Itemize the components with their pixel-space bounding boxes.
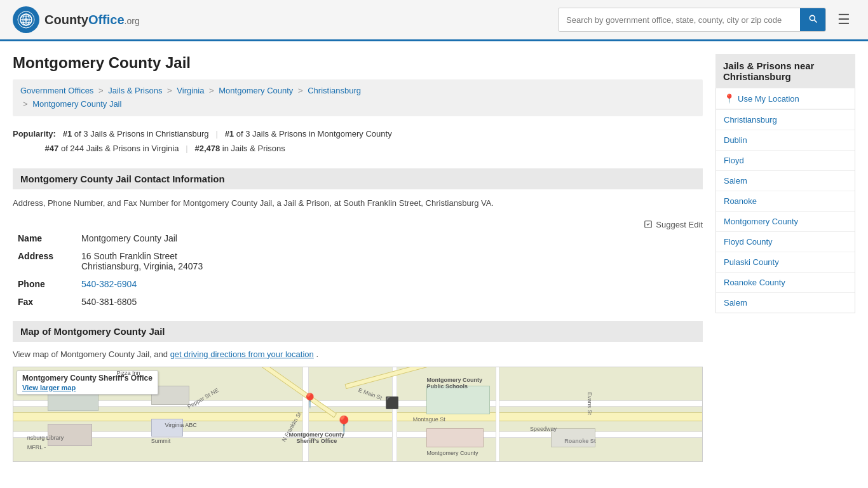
map-container[interactable]: 📍 📍 ⬛ Montgomery County Sheriff's Office… — [13, 367, 703, 462]
road-label-emain: E Main St — [357, 387, 383, 402]
road-label-pepper: Pepper St NE — [186, 387, 220, 410]
map-description: View map of Montgomery County Jail, and … — [13, 349, 703, 359]
sidebar-list: 📍 Use My Location Christiansburg Dublin … — [715, 88, 855, 313]
poi-sheriffs: Montgomery CountySheriff's Office — [289, 431, 345, 444]
use-location-label: Use My Location — [738, 94, 799, 104]
sidebar-item-montgomery-county[interactable]: Montgomery County — [716, 212, 855, 232]
road-label-montague: Montague St — [413, 416, 445, 423]
breadcrumb-gov-offices[interactable]: Government Offices — [20, 86, 93, 95]
sidebar-item-salem2[interactable]: Salem — [716, 293, 855, 313]
poi-library: nsburg Library — [27, 435, 64, 441]
suggest-edit-button[interactable]: Suggest Edit — [644, 220, 703, 229]
sidebar-link-salem[interactable]: Salem — [716, 171, 855, 191]
poi-abc: Virginia ABC — [165, 422, 196, 428]
search-bar — [558, 8, 826, 32]
phone-link[interactable]: 540-382-6904 — [81, 279, 137, 289]
sidebar-link-montgomery-county[interactable]: Montgomery County — [716, 212, 855, 231]
phone-label: Phone — [13, 275, 76, 293]
fax-label: Fax — [13, 293, 76, 311]
sidebar-link-salem2[interactable]: Salem — [716, 293, 855, 313]
breadcrumb: Government Offices > Jails & Prisons > V… — [13, 79, 703, 116]
popularity-rank2-text: of 3 Jails & Prisons in Montgomery Count… — [236, 129, 392, 139]
logo-area: CountyOffice.org — [13, 6, 140, 33]
phone-row: Phone 540-382-6904 — [13, 275, 703, 293]
contact-description: Address, Phone Number, and Fax Number fo… — [13, 197, 703, 210]
site-logo-icon — [13, 6, 39, 33]
popularity-rank1-text: of 3 Jails & Prisons in Christiansburg — [74, 129, 209, 139]
popularity-rank1: #1 — [63, 129, 72, 139]
map-yellow-pin: ⬛ — [385, 396, 399, 410]
breadcrumb-christiansburg[interactable]: Christiansburg — [308, 86, 361, 95]
sidebar-item-salem[interactable]: Salem — [716, 171, 855, 191]
popularity-rank2: #1 — [225, 129, 234, 139]
breadcrumb-jails-prisons[interactable]: Jails & Prisons — [108, 86, 162, 95]
map-section-header: Map of Montgomery County Jail — [13, 321, 703, 342]
breadcrumb-current[interactable]: Montgomery County Jail — [32, 99, 121, 109]
sidebar-link-christiansburg[interactable]: Christiansburg — [716, 110, 855, 130]
map-background: 📍 📍 ⬛ Montgomery County Sheriff's Office… — [13, 367, 702, 461]
view-larger-map-link[interactable]: View larger map — [22, 384, 76, 391]
name-label: Name — [13, 229, 76, 247]
address-line1: 16 South Franklin Street — [81, 251, 177, 261]
driving-directions-link[interactable]: get driving directions from your locatio… — [170, 349, 314, 359]
site-logo-text: CountyOffice.org — [44, 13, 140, 27]
fax-row: Fax 540-381-6805 — [13, 293, 703, 311]
popularity-label: Popularity: — [13, 129, 56, 139]
poi-mc-bottom: Montgomery County — [426, 450, 478, 456]
poi-mfrl: MFRL - — [27, 444, 46, 451]
use-location-link[interactable]: 📍 Use My Location — [716, 88, 855, 109]
use-location-item[interactable]: 📍 Use My Location — [716, 88, 855, 110]
road-label-roanoke: Roanoke St — [564, 438, 596, 444]
sidebar-link-floyd[interactable]: Floyd — [716, 151, 855, 170]
sidebar-item-pulaski-county[interactable]: Pulaski County — [716, 252, 855, 273]
poi-summit: Summit — [151, 438, 171, 444]
search-button[interactable] — [800, 8, 825, 31]
location-pin-icon: 📍 — [724, 93, 735, 104]
sidebar-item-floyd-county[interactable]: Floyd County — [716, 232, 855, 252]
sidebar-link-roanoke[interactable]: Roanoke — [716, 191, 855, 211]
fax-value: 540-381-6805 — [76, 293, 703, 311]
road-label-speedway: Speedway — [530, 426, 557, 432]
content-area: Montgomery County Jail Government Office… — [13, 54, 703, 462]
name-value: Montgomery County Jail — [76, 229, 703, 247]
popularity-rank4: #2,478 — [194, 144, 220, 153]
sidebar-item-dublin[interactable]: Dublin — [716, 130, 855, 151]
popularity-rank3: #47 — [45, 144, 59, 153]
sidebar-item-roanoke-county[interactable]: Roanoke County — [716, 273, 855, 293]
road-label-evans: Evans St — [587, 392, 593, 415]
name-row: Name Montgomery County Jail — [13, 229, 703, 247]
poi-pizza: Pizza Inn — [117, 370, 140, 376]
sidebar-item-floyd[interactable]: Floyd — [716, 151, 855, 171]
breadcrumb-virginia[interactable]: Virginia — [177, 86, 204, 95]
search-input[interactable] — [559, 10, 800, 30]
address-row: Address 16 South Franklin Street Christi… — [13, 247, 703, 275]
map-desc-before: View map of Montgomery County Jail, and — [13, 349, 168, 359]
menu-icon[interactable]: ☰ — [832, 9, 855, 30]
sidebar: Jails & Prisons near Christiansburg 📍 Us… — [715, 54, 855, 462]
main-content: Montgomery County Jail Government Office… — [0, 41, 868, 475]
contact-section-header: Montgomery County Jail Contact Informati… — [13, 168, 703, 189]
map-blue-pin: 📍 — [301, 393, 318, 409]
sidebar-item-christiansburg[interactable]: Christiansburg — [716, 110, 855, 130]
page-title: Montgomery County Jail — [13, 54, 703, 72]
address-value: 16 South Franklin Street Christiansburg,… — [76, 247, 703, 275]
map-desc-after: . — [316, 349, 318, 359]
address-line2: Christiansburg, Virginia, 24073 — [81, 261, 203, 271]
svg-point-5 — [24, 18, 28, 22]
sidebar-link-dublin[interactable]: Dublin — [716, 130, 855, 150]
contact-info-table: Name Montgomery County Jail Address 16 S… — [13, 229, 703, 311]
poi-schools: Montgomery CountyPublic Schools — [426, 377, 482, 390]
breadcrumb-montgomery-county[interactable]: Montgomery County — [219, 86, 293, 95]
address-label: Address — [13, 247, 76, 275]
popularity-rank4-text: in Jails & Prisons — [222, 144, 285, 153]
sidebar-link-pulaski-county[interactable]: Pulaski County — [716, 252, 855, 272]
sidebar-header: Jails & Prisons near Christiansburg — [715, 54, 855, 88]
popularity-rank3-text: of 244 Jails & Prisons in Virginia — [61, 144, 179, 153]
sidebar-link-roanoke-county[interactable]: Roanoke County — [716, 273, 855, 292]
site-header: CountyOffice.org ☰ — [0, 0, 868, 41]
popularity-section: Popularity: #1 of 3 Jails & Prisons in C… — [13, 126, 703, 156]
header-right: ☰ — [558, 8, 855, 32]
sidebar-link-floyd-county[interactable]: Floyd County — [716, 232, 855, 252]
sidebar-item-roanoke[interactable]: Roanoke — [716, 191, 855, 212]
